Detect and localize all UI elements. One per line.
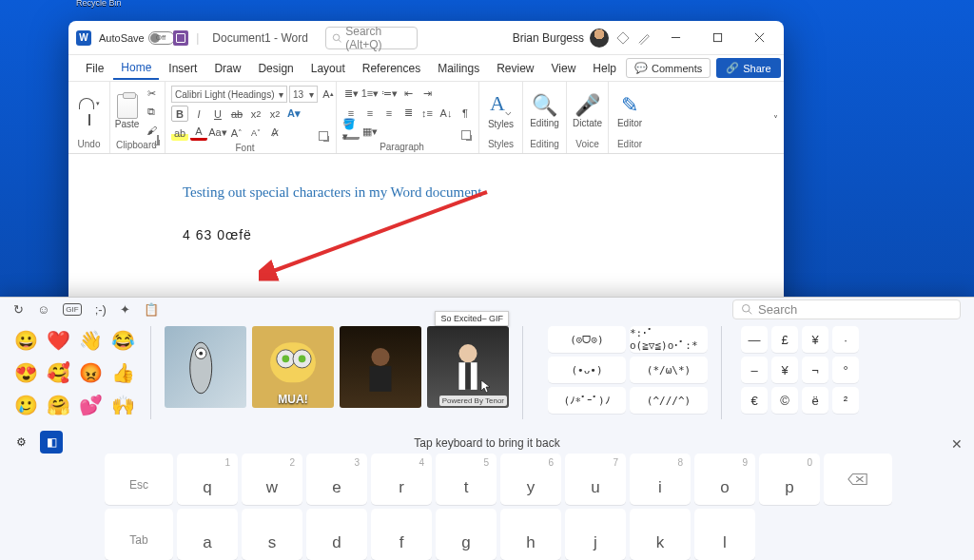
key-y[interactable]: 6y [500, 454, 561, 505]
symbol-key[interactable]: ¥ [802, 326, 828, 353]
kb-tab-emoji-icon[interactable]: ☺ [37, 302, 49, 317]
comments-button[interactable]: 💬 Comments [626, 58, 711, 78]
shading-button[interactable]: 🪣▾ [342, 124, 360, 140]
clipboard-launcher-icon[interactable] [157, 135, 159, 145]
key-a[interactable]: a [177, 509, 238, 560]
tab-file[interactable]: File [78, 58, 111, 79]
key-l[interactable]: l [694, 509, 755, 560]
tab-review[interactable]: Review [489, 58, 541, 79]
increase-font-button[interactable]: A▴ [320, 87, 337, 103]
key-g[interactable]: g [436, 509, 497, 560]
emoji[interactable]: 😂 [108, 326, 137, 355]
redo-button[interactable] [88, 115, 90, 126]
borders-button[interactable]: ▦▾ [361, 124, 379, 140]
tab-insert[interactable]: Insert [161, 58, 205, 79]
key-tab[interactable]: Tab [105, 509, 173, 560]
subscript-button[interactable]: x2 [247, 106, 264, 122]
underline-button[interactable]: U [209, 106, 226, 122]
emoji[interactable]: 😡 [76, 358, 105, 387]
diamond-icon[interactable] [616, 31, 630, 45]
key-k[interactable]: k [630, 509, 691, 560]
key-w[interactable]: 2w [242, 454, 302, 505]
key-s[interactable]: s [242, 509, 302, 560]
styles-button[interactable]: A⌵ [490, 93, 512, 117]
highlight-button[interactable]: ab [171, 125, 188, 141]
kaomoji[interactable]: (•ᴗ•) [548, 357, 626, 383]
paragraph-launcher-icon[interactable] [461, 130, 471, 140]
emoji[interactable]: 👋 [76, 326, 105, 355]
kb-close-button[interactable]: ✕ [951, 436, 963, 452]
autosave-toggle[interactable]: AutoSave Off [99, 31, 166, 45]
tab-help[interactable]: Help [585, 58, 624, 79]
emoji[interactable]: 👍 [108, 358, 137, 387]
symbol-key[interactable]: ë [802, 387, 828, 414]
font-color-button[interactable]: A [190, 125, 207, 141]
change-case-button[interactable]: Aa▾ [209, 125, 226, 141]
gif-item[interactable]: MUA! [252, 326, 334, 408]
emoji[interactable]: 🥰 [44, 358, 72, 387]
kaomoji[interactable]: (*/ω\*) [630, 357, 708, 383]
kaomoji[interactable]: (ﾉ*ﾟｰﾟ)ﾉ [548, 387, 626, 414]
shrink-font-button[interactable]: A˅ [247, 125, 264, 141]
symbol-key[interactable]: £ [771, 326, 798, 353]
tab-home[interactable]: Home [113, 57, 159, 80]
key-f[interactable]: f [371, 509, 432, 560]
kaomoji[interactable]: *:･ﾟo(≧▽≦)o･ﾟ:* [630, 326, 708, 353]
key-h[interactable]: h [500, 509, 561, 560]
symbol-key[interactable]: ¬ [802, 357, 828, 383]
emoji[interactable]: 💕 [76, 391, 105, 419]
emoji[interactable]: 🙌 [108, 391, 137, 419]
tab-layout[interactable]: Layout [303, 58, 353, 79]
tab-view[interactable]: View [544, 58, 584, 79]
tab-design[interactable]: Design [250, 58, 301, 79]
justify-button[interactable]: ≣ [399, 105, 417, 121]
key-d[interactable]: d [306, 509, 367, 560]
grow-font-button[interactable]: A˄ [228, 125, 245, 141]
align-right-button[interactable]: ≡ [380, 105, 398, 121]
italic-button[interactable]: I [190, 106, 207, 122]
key-esc[interactable]: Esc [105, 454, 173, 505]
kb-tab-symbols-icon[interactable]: ✦ [120, 302, 130, 317]
show-marks-button[interactable]: ¶ [457, 105, 474, 121]
symbol-key[interactable]: ² [832, 387, 859, 414]
tab-mailings[interactable]: Mailings [430, 58, 487, 79]
kb-search-box[interactable]: Search [732, 299, 961, 319]
key-backspace[interactable] [824, 454, 892, 505]
emoji[interactable]: 😍 [11, 358, 40, 387]
kb-tab-clipboard-icon[interactable]: 📋 [144, 302, 159, 317]
gif-item[interactable] [340, 326, 421, 408]
collapse-ribbon-button[interactable]: ˅ [773, 114, 778, 125]
key-t[interactable]: 5t [436, 454, 497, 505]
clear-format-button[interactable]: A̷ [266, 125, 283, 141]
gif-item[interactable] [165, 326, 246, 408]
text-effects-button[interactable]: A▾ [285, 106, 302, 122]
emoji[interactable]: 🤗 [44, 391, 72, 419]
symbol-key[interactable]: € [741, 387, 768, 414]
strike-button[interactable]: ab [228, 106, 245, 122]
editing-button[interactable]: 🔍 [532, 95, 557, 116]
increase-indent-button[interactable]: ⇥ [419, 86, 436, 102]
symbol-key[interactable]: — [741, 326, 768, 353]
align-center-button[interactable]: ≡ [361, 105, 379, 121]
kaomoji[interactable]: (^///^) [630, 387, 708, 414]
multilevel-button[interactable]: ≔▾ [380, 86, 398, 102]
kb-tab-kaomoji-icon[interactable]: ;-) [95, 302, 107, 317]
kb-tab-recent-icon[interactable]: ↻ [13, 302, 24, 317]
symbol-key[interactable]: · [832, 326, 859, 353]
undo-button[interactable]: ▾ [79, 98, 100, 109]
paste-button[interactable] [117, 94, 138, 119]
key-e[interactable]: 3e [306, 454, 367, 505]
font-name-select[interactable]: Calibri Light (Headings)▾ [171, 86, 287, 103]
emoji[interactable]: 😀 [11, 326, 40, 355]
key-u[interactable]: 7u [565, 454, 626, 505]
save-button[interactable] [173, 30, 188, 46]
kb-hint[interactable]: Tap keyboard to bring it back [0, 436, 974, 450]
kb-tab-gif-icon[interactable]: GIF [63, 303, 81, 316]
minimize-button[interactable] [658, 25, 692, 51]
pen-icon[interactable] [637, 31, 651, 45]
close-button[interactable] [742, 25, 776, 51]
dictate-button[interactable]: 🎤 [575, 95, 600, 116]
account-user[interactable]: Brian Burgess [513, 29, 609, 48]
key-p[interactable]: 0p [759, 454, 820, 505]
key-q[interactable]: 1q [177, 454, 238, 505]
